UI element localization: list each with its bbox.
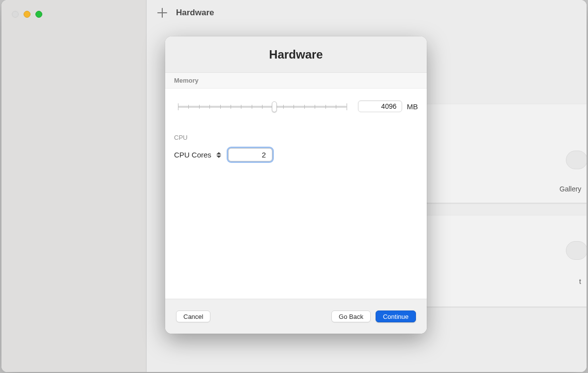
modal-footer: Cancel Go Back Continue bbox=[165, 299, 427, 334]
chevron-up-icon bbox=[216, 152, 221, 155]
continue-button[interactable]: Continue bbox=[376, 311, 416, 322]
go-back-button[interactable]: Go Back bbox=[331, 311, 371, 322]
cpu-cores-label: CPU Cores bbox=[174, 151, 211, 159]
slider-ticks bbox=[178, 102, 347, 111]
cpu-section-label: CPU bbox=[165, 129, 427, 148]
hardware-modal: Hardware Memory MB CPU CPU Cores bbox=[165, 36, 427, 334]
memory-input[interactable] bbox=[358, 100, 402, 112]
cpu-cores-input[interactable] bbox=[228, 148, 272, 161]
chevron-down-icon bbox=[216, 155, 221, 158]
modal-body: MB CPU CPU Cores bbox=[165, 89, 427, 299]
cpu-cores-stepper[interactable] bbox=[216, 150, 223, 160]
modal-title: Hardware bbox=[269, 48, 323, 62]
memory-unit-label: MB bbox=[407, 102, 418, 111]
modal-header: Hardware bbox=[165, 36, 427, 73]
slider-thumb[interactable] bbox=[272, 101, 277, 112]
main-window: Hardware Gallery t Hardware Memory bbox=[1, 0, 587, 372]
memory-slider[interactable] bbox=[174, 99, 351, 113]
memory-section: MB bbox=[165, 89, 427, 129]
cancel-button[interactable]: Cancel bbox=[176, 311, 210, 322]
memory-section-header: Memory bbox=[165, 73, 427, 89]
memory-section-label: Memory bbox=[174, 77, 199, 84]
cpu-row: CPU Cores bbox=[165, 148, 427, 161]
